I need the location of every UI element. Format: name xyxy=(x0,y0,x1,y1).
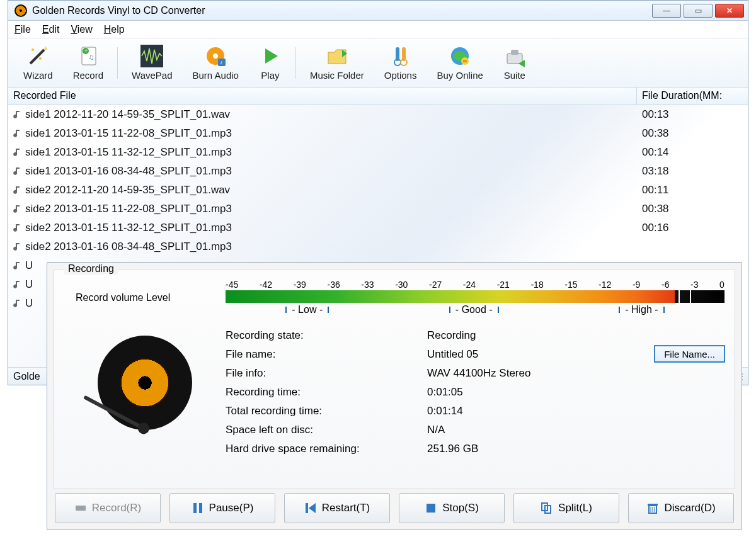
restart-button[interactable]: Restart(T) xyxy=(284,493,390,523)
toolbar-wavepad[interactable]: WavePad xyxy=(122,42,182,83)
scale-tick: -36 xyxy=(327,280,340,290)
file-name-button[interactable]: File Name... xyxy=(655,346,724,362)
label-info: File info: xyxy=(226,367,427,380)
window-controls: — ▭ ✕ xyxy=(652,4,747,18)
toolbar-suite[interactable]: Suite xyxy=(493,42,536,83)
file-name-cell: side1 2013-01-16 08-34-48_SPLIT_01.mp3 xyxy=(25,165,637,178)
record-icon xyxy=(74,502,87,514)
value-disc: N/A xyxy=(427,424,717,436)
menu-view[interactable]: View xyxy=(71,24,92,35)
table-row[interactable]: side1 2013-01-15 11-32-12_SPLIT_01.mp300… xyxy=(8,143,748,162)
scale-tick: -15 xyxy=(564,280,577,290)
value-state: Recording xyxy=(427,329,717,342)
svg-point-10 xyxy=(213,54,218,59)
status-text: Golde xyxy=(13,371,40,382)
svg-point-3 xyxy=(39,57,42,60)
note-icon xyxy=(13,223,23,233)
scale-tick: -27 xyxy=(429,280,442,290)
svg-rect-34 xyxy=(648,504,658,506)
split-button-label: Split(L) xyxy=(558,502,592,514)
label-file: File name: xyxy=(226,348,427,361)
toolbar-burn-label: Burn Audio xyxy=(193,70,239,81)
scale-tick: -12 xyxy=(598,280,611,290)
stop-button[interactable]: Stop(S) xyxy=(399,493,505,523)
minimize-button[interactable]: — xyxy=(652,4,681,18)
record-button-label: Record(R) xyxy=(92,502,141,514)
toolbar-wizard-label: Wizard xyxy=(23,70,53,81)
volume-bar xyxy=(226,290,724,303)
table-row[interactable]: side2 2013-01-16 08-34-48_SPLIT_01.mp3 xyxy=(8,237,748,256)
toolbar-folder[interactable]: Music Folder xyxy=(300,42,374,83)
note-icon xyxy=(13,110,23,120)
maximize-button[interactable]: ▭ xyxy=(684,4,713,18)
label-state: Recording state: xyxy=(226,329,427,342)
music-folder-icon xyxy=(326,45,348,67)
toolbar-options[interactable]: Options xyxy=(374,42,427,83)
table-row[interactable]: side2 2012-11-20 14-59-35_SPLIT_01.wav00… xyxy=(8,181,748,200)
menu-file[interactable]: File xyxy=(14,24,31,35)
split-button[interactable]: Split(L) xyxy=(513,493,619,523)
svg-rect-23 xyxy=(511,50,518,55)
toolbar-separator xyxy=(117,47,118,79)
toolbar-buy[interactable]: Buy Online xyxy=(427,42,493,83)
file-name-cell: side1 2013-01-15 11-32-12_SPLIT_01.mp3 xyxy=(25,146,637,159)
value-info: WAV 44100Hz Stereo xyxy=(427,367,717,380)
restart-icon xyxy=(304,502,317,514)
volume-row: Record volume Level -45-42-39-36-33-30-2… xyxy=(64,280,724,315)
stop-icon xyxy=(425,502,437,514)
trash-icon xyxy=(646,502,659,514)
svg-marker-1 xyxy=(44,46,47,50)
record-button[interactable]: Record(R) xyxy=(55,493,161,523)
col-recorded-file[interactable]: Recorded File xyxy=(8,88,637,105)
file-duration-cell: 03:18 xyxy=(637,165,748,178)
pause-button[interactable]: Pause(P) xyxy=(169,493,275,523)
svg-point-2 xyxy=(32,48,34,51)
volume-meter: -45-42-39-36-33-30-27-24-21-18-15-12-9-6… xyxy=(226,280,724,315)
file-name-cell: side2 2013-01-15 11-32-12_SPLIT_01.mp3 xyxy=(25,222,637,234)
note-icon xyxy=(13,261,23,271)
note-icon xyxy=(13,298,23,309)
toolbar-play[interactable]: Play xyxy=(249,42,292,83)
toolbar-wizard[interactable]: Wizard xyxy=(13,42,63,83)
toolbar: Wizard +♫ Record WavePad ♪ Burn Audio Pl… xyxy=(8,38,748,88)
volume-label: Record volume Level xyxy=(64,292,226,303)
note-icon xyxy=(13,166,23,176)
recording-main: Recording state: Recording File name: Un… xyxy=(64,329,724,455)
file-name-cell: side2 2012-11-20 14-59-35_SPLIT_01.wav xyxy=(25,184,637,196)
table-row[interactable]: side1 2013-01-16 08-34-48_SPLIT_01.mp303… xyxy=(8,162,748,181)
col-file-duration[interactable]: File Duration(MM: xyxy=(637,88,748,105)
file-name-cell: side2 2013-01-15 11-22-08_SPLIT_01.mp3 xyxy=(25,203,637,215)
wand-icon xyxy=(26,45,49,67)
table-row[interactable]: side1 2012-11-20 14-59-35_SPLIT_01.wav00… xyxy=(8,105,748,124)
scale-tick: -6 xyxy=(662,280,669,290)
file-duration-cell: 00:38 xyxy=(637,203,748,215)
toolbar-suite-label: Suite xyxy=(504,70,525,81)
discard-button-label: Discard(D) xyxy=(664,502,715,514)
menu-edit[interactable]: Edit xyxy=(42,24,60,35)
toolbar-burn[interactable]: ♪ Burn Audio xyxy=(183,42,249,83)
value-time: 0:01:05 xyxy=(427,386,717,399)
options-icon xyxy=(389,45,412,67)
table-row[interactable]: side1 2013-01-15 11-22-08_SPLIT_01.mp300… xyxy=(8,124,748,143)
file-duration-cell: 00:38 xyxy=(637,127,748,140)
value-total: 0:01:14 xyxy=(427,405,717,417)
window-title: Golden Records Vinyl to CD Converter xyxy=(32,5,205,16)
vinyl-graphic xyxy=(64,329,226,455)
svg-marker-29 xyxy=(309,503,316,513)
note-icon xyxy=(13,128,23,139)
app-icon xyxy=(14,4,27,17)
close-button[interactable]: ✕ xyxy=(715,4,744,18)
suite-icon xyxy=(503,45,526,67)
toolbar-wavepad-label: WavePad xyxy=(132,70,172,81)
value-hdd: 251.96 GB xyxy=(427,443,717,455)
toolbar-buy-label: Buy Online xyxy=(437,70,483,81)
file-duration-cell: 00:14 xyxy=(637,146,748,159)
table-row[interactable]: side2 2013-01-15 11-22-08_SPLIT_01.mp300… xyxy=(8,200,748,218)
quality-high: - High - xyxy=(625,304,658,315)
menu-help[interactable]: Help xyxy=(104,24,125,35)
recording-buttons: Record(R) Pause(P) Restart(T) Stop(S) Sp… xyxy=(47,493,742,530)
svg-rect-25 xyxy=(76,506,86,511)
toolbar-record[interactable]: +♫ Record xyxy=(63,42,113,83)
discard-button[interactable]: Discard(D) xyxy=(628,493,734,523)
table-row[interactable]: side2 2013-01-15 11-32-12_SPLIT_01.mp300… xyxy=(8,218,748,237)
